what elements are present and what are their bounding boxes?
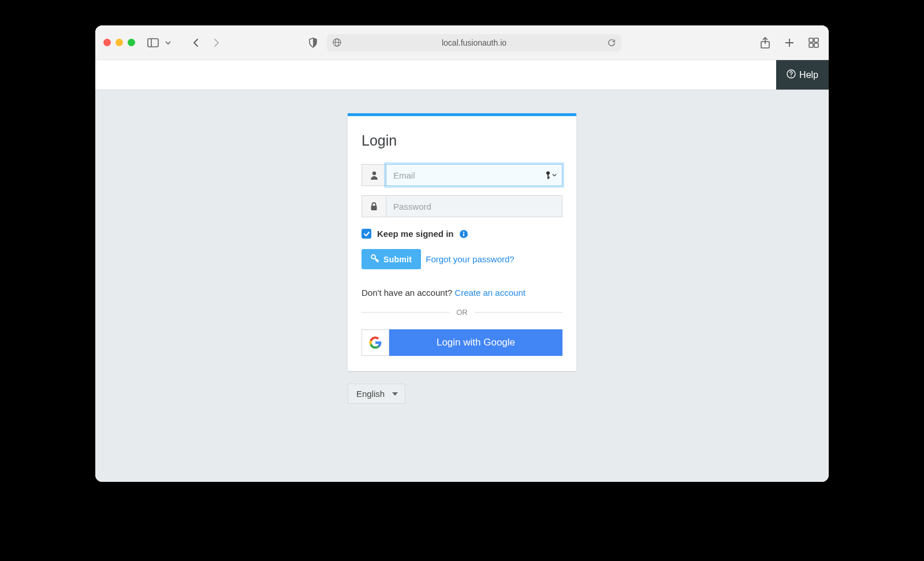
minimize-window-button[interactable]	[116, 39, 123, 46]
close-window-button[interactable]	[103, 39, 111, 46]
address-bar-wrap: local.fusionauth.io	[305, 34, 751, 51]
privacy-shield-icon[interactable]	[305, 35, 321, 51]
svg-point-13	[791, 76, 792, 77]
info-icon[interactable]	[460, 230, 468, 238]
browser-window: local.fusionauth.io	[95, 25, 829, 482]
signup-row: Don't have an account? Create an account	[362, 288, 562, 298]
toolbar-right	[758, 36, 821, 50]
divider-line	[475, 312, 562, 313]
google-icon	[362, 329, 389, 356]
keep-signed-in-label: Keep me signed in	[377, 229, 454, 239]
login-title: Login	[362, 132, 562, 149]
share-icon[interactable]	[758, 36, 772, 50]
page: Help Login	[95, 60, 829, 482]
page-body: Login	[95, 90, 829, 482]
sidebar-toggle-group	[147, 36, 174, 49]
user-icon	[362, 164, 386, 186]
reload-icon[interactable]	[608, 39, 616, 47]
divider: OR	[362, 308, 562, 317]
lock-icon	[362, 195, 386, 217]
new-tab-icon[interactable]	[783, 36, 796, 50]
create-account-link[interactable]: Create an account	[454, 288, 526, 298]
language-select[interactable]: English	[348, 384, 405, 404]
page-header: Help	[95, 60, 829, 90]
submit-button[interactable]: Submit	[362, 249, 421, 269]
submit-label: Submit	[383, 255, 412, 264]
password-group	[362, 195, 562, 217]
back-button[interactable]	[189, 36, 202, 49]
help-button[interactable]: Help	[776, 60, 829, 90]
chevron-down-icon[interactable]	[162, 36, 174, 49]
svg-rect-22	[463, 233, 464, 236]
language-select-wrap: English	[348, 384, 405, 404]
help-icon	[787, 69, 796, 81]
forward-button[interactable]	[210, 36, 223, 49]
nav-buttons	[189, 36, 223, 49]
email-group	[362, 164, 562, 186]
maximize-window-button[interactable]	[128, 39, 135, 46]
window-controls	[103, 39, 135, 46]
browser-toolbar: local.fusionauth.io	[95, 25, 829, 60]
help-label: Help	[799, 70, 818, 80]
address-bar[interactable]: local.fusionauth.io	[327, 34, 621, 51]
tabs-overview-icon[interactable]	[807, 36, 821, 50]
login-with-google-button[interactable]: Login with Google	[362, 329, 562, 356]
svg-rect-8	[809, 38, 813, 42]
svg-point-14	[372, 172, 375, 175]
svg-rect-11	[814, 43, 818, 47]
keep-signed-in-checkbox[interactable]	[362, 229, 371, 239]
forgot-password-link[interactable]: Forgot your password?	[426, 254, 514, 264]
email-input[interactable]	[386, 164, 562, 186]
svg-rect-9	[814, 38, 818, 42]
url-text: local.fusionauth.io	[442, 38, 506, 47]
keep-signed-in-row: Keep me signed in	[362, 229, 562, 239]
svg-point-21	[463, 231, 464, 232]
google-label: Login with Google	[389, 329, 562, 356]
svg-rect-10	[809, 43, 813, 47]
svg-rect-19	[371, 206, 377, 210]
password-input[interactable]	[386, 195, 562, 217]
svg-rect-0	[148, 39, 158, 47]
key-icon	[371, 254, 379, 264]
sidebar-icon[interactable]	[147, 36, 159, 49]
login-card: Login	[348, 113, 576, 371]
divider-line	[362, 312, 449, 313]
no-account-text: Don't have an account?	[362, 288, 454, 298]
globe-icon	[333, 38, 341, 47]
divider-label: OR	[456, 308, 468, 317]
submit-row: Submit Forgot your password?	[362, 249, 562, 269]
